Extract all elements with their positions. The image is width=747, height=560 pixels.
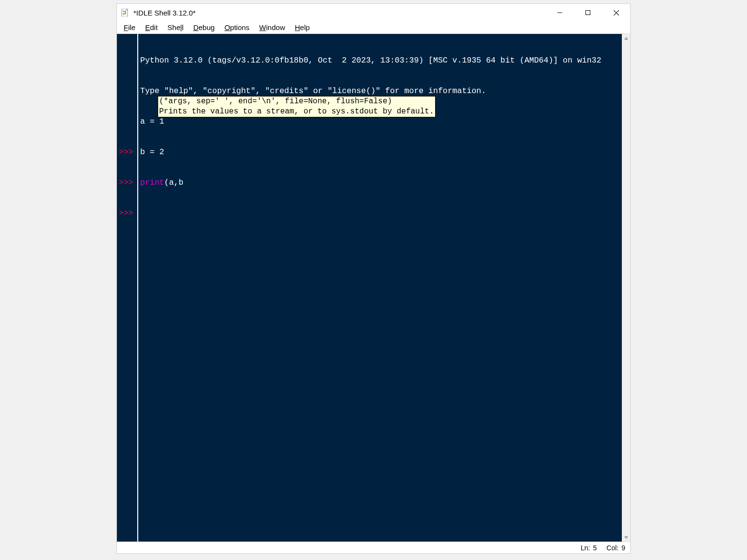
shell-text-area[interactable]: >>> >>> >>> Python 3.12.0 (tags/v3.12.0:… <box>117 34 630 542</box>
code-line-3: print(a,b <box>140 177 620 188</box>
menu-window[interactable]: Window <box>254 22 290 32</box>
code-line-2: b = 2 <box>140 147 620 157</box>
calltip-tooltip: (*args, sep=' ', end='\n', file=None, fl… <box>158 96 436 117</box>
statusbar: Ln: 5 Col: 9 <box>117 542 630 553</box>
idle-shell-window: *IDLE Shell 3.12.0* File Edit Shell Debu… <box>116 3 631 554</box>
vertical-scrollbar[interactable] <box>622 34 630 542</box>
python-file-icon <box>121 8 130 17</box>
code-line-1: a = 1 <box>140 116 620 127</box>
status-col-value: 9 <box>621 544 625 552</box>
prompt: >>> <box>119 208 136 218</box>
python-help-line: Type "help", "copyright", "credits" or "… <box>140 86 620 96</box>
menu-debug[interactable]: Debug <box>188 22 219 32</box>
shell-code-area[interactable]: Python 3.12.0 (tags/v3.12.0:0fb18b0, Oct… <box>138 34 622 542</box>
menu-edit[interactable]: Edit <box>140 22 162 32</box>
maximize-button[interactable] <box>574 4 602 21</box>
calltip-doc: Prints the values to a stream, or to sys… <box>159 107 434 117</box>
menu-help[interactable]: Help <box>290 22 315 32</box>
menubar: File Edit Shell Debug Options Window Hel… <box>117 21 630 34</box>
code-line-3-args: (a,b <box>164 178 184 187</box>
calltip-signature: (*args, sep=' ', end='\n', file=None, fl… <box>159 96 434 107</box>
window-title: *IDLE Shell 3.12.0* <box>133 9 546 17</box>
status-ln-value: 5 <box>593 544 597 552</box>
prompt-gutter: >>> >>> >>> <box>117 34 138 542</box>
menu-shell[interactable]: Shell <box>162 22 188 32</box>
window-controls <box>546 4 630 21</box>
builtin-print: print <box>140 178 164 187</box>
python-banner: Python 3.12.0 (tags/v3.12.0:0fb18b0, Oct… <box>140 55 620 65</box>
menu-options[interactable]: Options <box>220 22 255 32</box>
prompt: >>> <box>119 177 136 188</box>
scroll-up-icon[interactable] <box>622 34 630 42</box>
status-col-label: Col: <box>606 544 618 552</box>
minimize-button[interactable] <box>546 4 574 21</box>
status-ln-label: Ln: <box>581 544 590 552</box>
scroll-down-icon[interactable] <box>622 533 630 542</box>
menu-file[interactable]: File <box>119 22 140 32</box>
titlebar[interactable]: *IDLE Shell 3.12.0* <box>117 4 630 21</box>
close-button[interactable] <box>602 4 630 21</box>
prompt: >>> <box>119 147 136 157</box>
svg-rect-2 <box>586 11 590 15</box>
